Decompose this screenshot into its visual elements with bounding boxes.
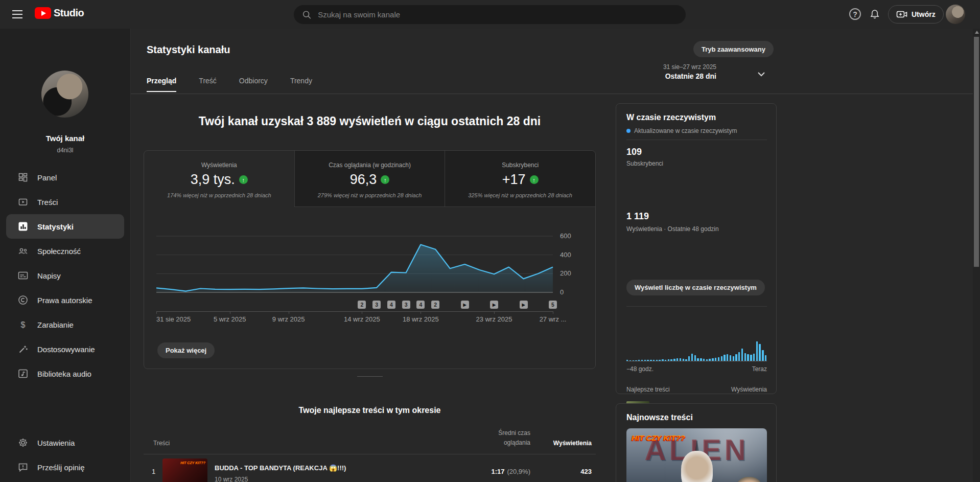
search-bar[interactable] xyxy=(294,5,686,24)
column-header-views[interactable]: Wyświetlenia xyxy=(553,440,592,447)
realtime-views-label: Wyświetlenia · Ostatnie 48 godzin xyxy=(626,225,719,233)
realtime-subs-value: 109 xyxy=(626,147,642,157)
sidebar-item-label: Dostosowywanie xyxy=(37,345,95,354)
sidebar-item-content[interactable]: Treści xyxy=(6,190,124,214)
svg-text:200: 200 xyxy=(560,269,571,277)
metric-label: Czas oglądania (w godzinach) xyxy=(295,162,445,169)
realtime-title: W czasie rzeczywistym xyxy=(626,113,716,122)
metric-tabs: Wyświetlenia 3,9 tys.↑ 174% więcej niż w… xyxy=(144,151,595,207)
divider xyxy=(626,140,767,140)
metric-note: 174% więcej niż w poprzednich 28 dniach xyxy=(144,192,294,198)
upload-marker-badge[interactable]: 4 xyxy=(387,301,395,309)
sidebar-item-panel[interactable]: Panel xyxy=(6,165,124,190)
create-button[interactable]: Utwórz xyxy=(888,5,944,24)
x-axis-tick xyxy=(553,311,553,314)
metric-label: Subskrybenci xyxy=(445,162,595,169)
metric-tab-subscribers[interactable]: Subskrybenci +17↑ 325% więcej niż w popr… xyxy=(445,151,595,207)
search-input[interactable] xyxy=(318,10,678,19)
latest-video-thumbnail[interactable]: ALIEN HIT CZY KIT?? SENTINO xyxy=(626,428,767,482)
feedback-icon xyxy=(17,462,29,473)
scrollbar-thumb[interactable] xyxy=(974,37,979,267)
realtime-bar xyxy=(735,354,737,361)
channel-avatar[interactable] xyxy=(41,71,88,118)
column-header-avg-duration[interactable]: Średni czasoglądania xyxy=(498,428,530,448)
upload-marker-badge[interactable]: ▶ xyxy=(461,301,469,309)
sidebar-item-feedback[interactable]: Prześlij opinię xyxy=(6,455,124,479)
sidebar-item-copyright[interactable]: Prawa autorskie xyxy=(6,288,124,312)
tab-trendy[interactable]: Trendy xyxy=(290,77,312,92)
table-divider xyxy=(144,454,596,454)
sidebar-item-label: Społeczność xyxy=(37,247,81,256)
upload-marker-badge[interactable]: ▶ xyxy=(520,301,528,309)
realtime-bar xyxy=(700,358,702,361)
realtime-bar xyxy=(738,352,740,361)
metric-value: 96,3↑ xyxy=(295,172,445,188)
sidebar-item-customization[interactable]: Dostosowywanie xyxy=(6,337,124,361)
notifications-bell-icon[interactable] xyxy=(869,8,881,20)
sidebar-item-settings[interactable]: Ustawienia xyxy=(6,430,124,455)
upload-marker-badge[interactable]: 5 xyxy=(549,301,557,309)
chart-xlabels: 31 sie 20255 wrz 20259 wrz 202514 wrz 20… xyxy=(152,315,581,326)
realtime-bar xyxy=(744,353,746,361)
youtube-studio-logo[interactable]: Studio xyxy=(35,7,84,19)
advanced-mode-button[interactable]: Tryb zaawansowany xyxy=(693,41,774,57)
realtime-bar xyxy=(635,360,637,361)
video-date: 10 wrz 2025 xyxy=(215,476,248,482)
axis-label-end: Teraz xyxy=(752,365,767,373)
realtime-bar-chart xyxy=(626,341,767,361)
scrollbar-up-arrow[interactable] xyxy=(975,31,979,34)
upload-marker-badge[interactable]: 3 xyxy=(372,301,381,309)
date-range-selector[interactable]: 31 sie–27 wrz 2025 Ostatnie 28 dni xyxy=(623,63,716,80)
trend-up-icon: ↑ xyxy=(530,175,539,184)
realtime-bar xyxy=(706,359,708,361)
account-avatar[interactable] xyxy=(946,5,965,24)
realtime-axis-labels: −48 godz. Teraz xyxy=(626,365,767,373)
sidebar-item-label: Zarabianie xyxy=(37,320,74,329)
hamburger-menu-icon[interactable] xyxy=(12,10,22,18)
realtime-bar xyxy=(759,344,760,361)
tab-tresc[interactable]: Treść xyxy=(199,77,216,92)
x-axis-tick xyxy=(230,311,230,314)
tab-przeglad[interactable]: Przegląd xyxy=(147,77,176,92)
upload-marker-badge[interactable]: 4 xyxy=(416,301,425,309)
metric-tab-watch-time[interactable]: Czas oglądania (w godzinach) 96,3↑ 279% … xyxy=(294,151,445,207)
help-icon[interactable]: ? xyxy=(849,8,861,20)
video-title: BUDDA - TOP BANDYTA (REAKCJA 😱!!!) xyxy=(215,464,346,472)
realtime-bar xyxy=(659,360,660,361)
channel-name: Twój kanał xyxy=(0,134,130,143)
sidebar-item-audio-library[interactable]: Biblioteka audio xyxy=(6,361,124,386)
x-axis-label: 5 wrz 2025 xyxy=(214,315,246,323)
tab-odbiorcy[interactable]: Odbiorcy xyxy=(239,77,268,92)
sidebar-item-analytics[interactable]: Statystyki xyxy=(6,214,124,239)
realtime-bar xyxy=(656,360,658,361)
realtime-bar xyxy=(683,359,684,361)
realtime-bar xyxy=(709,359,710,361)
realtime-bar xyxy=(662,359,663,361)
view-live-count-button[interactable]: Wyświetl liczbę w czasie rzeczywistym xyxy=(626,280,765,295)
upload-marker-badge[interactable]: ▶ xyxy=(490,301,498,309)
video-thumbnail: HIT CZY KIT?? xyxy=(162,458,207,482)
sidebar-item-label: Napisy xyxy=(37,271,61,280)
show-more-button[interactable]: Pokaż więcej xyxy=(157,342,215,358)
settings-gear-icon xyxy=(17,437,29,448)
upload-marker-badge[interactable]: 2 xyxy=(431,301,439,309)
thumbnail-overlay-text: HIT CZY KIT?? xyxy=(180,461,205,465)
sidebar-item-subtitles[interactable]: Napisy xyxy=(6,263,124,288)
metric-tab-views[interactable]: Wyświetlenia 3,9 tys.↑ 174% więcej niż w… xyxy=(144,151,294,207)
studio-logo-text: Studio xyxy=(54,7,84,19)
sidebar-item-monetization[interactable]: $ Zarabianie xyxy=(6,312,124,337)
sidebar-item-community[interactable]: Społeczność xyxy=(6,239,124,263)
sidebar-item-label: Panel xyxy=(37,173,57,182)
chevron-down-icon[interactable] xyxy=(757,72,765,77)
column-header-content[interactable]: Treści xyxy=(153,440,170,447)
page-title: Statystyki kanału xyxy=(147,44,230,56)
sidebar-item-label: Statystyki xyxy=(37,222,74,231)
thumbnail-face xyxy=(681,451,713,482)
analytics-tabs: Przegląd Treść Odbiorcy Trendy xyxy=(147,77,335,92)
upload-marker-badge[interactable]: 3 xyxy=(402,301,410,309)
audio-library-icon xyxy=(17,368,29,379)
x-axis-tick xyxy=(362,311,362,314)
realtime-bar xyxy=(647,360,648,361)
upload-marker-badge[interactable]: 2 xyxy=(358,301,366,309)
metric-note: 325% więcej niż w poprzednich 28 dniach xyxy=(445,192,595,198)
